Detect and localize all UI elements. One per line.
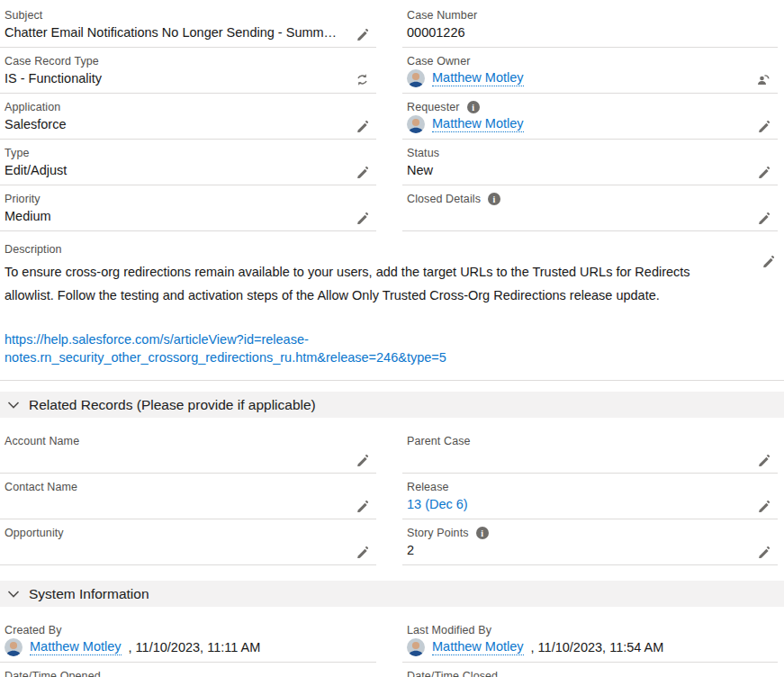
edit-application-button[interactable] [356,120,369,132]
edit-opportunity-button[interactable] [356,546,369,558]
field-label: Story Points [407,527,469,539]
field-label: Created By [5,624,62,636]
field-label: Last Modified By [407,624,491,636]
edit-priority-button[interactable] [356,212,369,224]
column-right: Last Modified By Matthew Motley , 11/10/… [402,617,778,677]
field-priority: Priority Medium [0,185,376,231]
description-article-link[interactable]: https://help.salesforce.com/s/articleVie… [5,332,446,365]
case-detail-panel: Subject Chatter Email Notifications No L… [0,0,784,677]
field-value: Salesforce [5,117,344,131]
created-datetime: , 11/10/2023, 11:11 AM [129,640,261,654]
avatar [407,638,425,656]
pencil-icon [758,500,770,512]
field-value: New [407,163,745,177]
pencil-icon [356,166,369,178]
info-icon[interactable]: i [467,101,480,113]
person-arrow-icon [756,72,770,86]
avatar [407,69,425,87]
field-account-name: Account Name [0,428,376,474]
last-modified-datetime: , 11/10/2023, 11:54 AM [531,640,664,654]
last-modified-by-link[interactable]: Matthew Motley [432,639,524,655]
field-created-by: Created By Matthew Motley , 11/10/2023, … [0,617,376,663]
section-header-related-records[interactable]: Related Records (Please provide if appli… [0,392,784,418]
edit-requester-button[interactable] [758,120,770,132]
field-value: Medium [5,209,344,223]
field-subject: Subject Chatter Email Notifications No L… [0,2,376,48]
field-label: Date/Time Opened [5,670,101,677]
field-label: Type [5,147,30,159]
field-value: Chatter Email Notifications No Longer Se… [5,25,344,40]
field-requester: Requester i Matthew Motley [402,94,778,140]
field-case-number: Case Number 00001226 [402,2,778,48]
field-label: Case Number [407,9,477,22]
pencil-icon [356,120,369,132]
field-label: Status [407,147,439,159]
field-type: Type Edit/Adjust [0,140,376,185]
edit-description-button[interactable] [762,255,775,267]
field-label: Parent Case [407,435,471,447]
field-value: 00001226 [407,25,745,40]
field-description: Description To ensure cross-org redirect… [0,231,784,381]
edit-contact-name-button[interactable] [356,500,369,512]
pencil-icon [758,120,770,132]
case-owner-link[interactable]: Matthew Motley [432,70,524,86]
field-label: Release [407,481,449,493]
chevron-down-icon [7,588,20,600]
info-icon[interactable]: i [476,527,489,539]
field-closed-details: Closed Details i [402,185,778,231]
change-record-type-button[interactable] [356,73,369,86]
field-label: Account Name [5,435,79,447]
field-case-record-type: Case Record Type IS - Functionality [0,48,376,94]
field-label: Subject [5,9,42,22]
column-left: Subject Chatter Email Notifications No L… [0,2,376,231]
edit-type-button[interactable] [356,166,369,178]
pencil-icon [356,454,369,466]
field-release: Release 13 (Dec 6) [402,474,778,519]
avatar [5,638,23,656]
column-left: Account Name Contact Name Opportunity [0,428,376,565]
field-story-points: Story Points i 2 [402,519,778,565]
pencil-icon [758,166,770,178]
field-label: Case Record Type [5,55,99,68]
field-value: 2 [407,543,745,557]
section-header-system-information[interactable]: System Information [0,581,784,607]
pencil-icon [758,454,770,466]
field-last-modified-by: Last Modified By Matthew Motley , 11/10/… [402,617,778,663]
edit-closed-details-button[interactable] [758,212,770,224]
edit-subject-button[interactable] [356,28,369,41]
column-right: Case Number 00001226 Case Owner Matthew … [402,2,778,231]
column-right: Parent Case Release 13 (Dec 6) Story Poi… [402,428,778,565]
created-by-link[interactable]: Matthew Motley [30,639,122,655]
edit-account-name-button[interactable] [356,454,369,466]
section-title: Related Records (Please provide if appli… [29,397,316,413]
edit-release-button[interactable] [758,500,770,512]
avatar [407,115,425,133]
chevron-down-icon [7,399,20,411]
change-owner-button[interactable] [756,72,770,86]
field-grid-system: Created By Matthew Motley , 11/10/2023, … [0,617,784,677]
field-grid-related: Account Name Contact Name Opportunity [0,428,784,565]
pencil-icon [762,255,775,267]
edit-parent-case-button[interactable] [758,454,770,466]
pencil-icon [758,212,770,224]
release-link[interactable]: 13 (Dec 6) [407,497,468,511]
info-icon[interactable]: i [488,193,500,205]
field-grid-main: Subject Chatter Email Notifications No L… [0,2,784,231]
edit-status-button[interactable] [758,166,770,178]
field-contact-name: Contact Name [0,474,376,519]
field-parent-case: Parent Case [402,428,778,474]
pencil-icon [356,500,369,512]
field-label: Application [5,101,60,113]
field-label: Case Owner [407,55,470,68]
field-date-time-opened: Date/Time Opened 11/10/2023, 11:11 AM [0,663,376,677]
field-label: Opportunity [5,527,64,539]
field-date-time-closed: Date/Time Closed [402,663,778,677]
column-left: Created By Matthew Motley , 11/10/2023, … [0,617,376,677]
requester-link[interactable]: Matthew Motley [432,116,524,132]
field-label: Date/Time Closed [407,670,498,677]
field-application: Application Salesforce [0,94,376,140]
edit-story-points-button[interactable] [758,546,770,558]
field-label: Description [5,243,62,256]
field-status: Status New [402,140,778,185]
pencil-icon [356,212,369,224]
